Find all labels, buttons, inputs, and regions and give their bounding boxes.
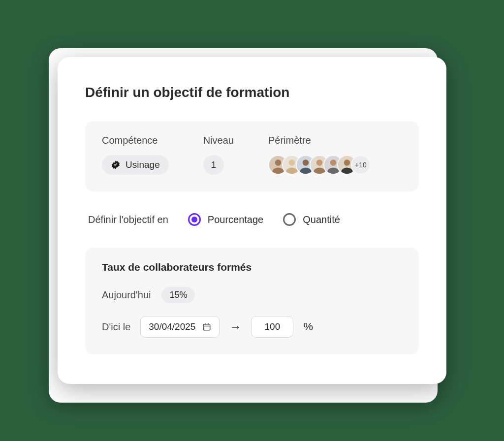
summary-panel: Compétence Usinage Niveau 1 Périm (85, 121, 419, 191)
date-value: 30/04/2025 (149, 321, 195, 332)
card-title: Définir un objectif de formation (85, 85, 419, 100)
percent-symbol: % (303, 320, 313, 333)
perimeter-avatars[interactable]: +10 (268, 155, 371, 175)
calendar-icon (202, 322, 211, 331)
competence-chip[interactable]: Usinage (102, 155, 169, 175)
radio-label-percentage: Pourcentage (208, 214, 263, 225)
competence-label: Compétence (102, 135, 169, 146)
radio-icon (188, 213, 201, 226)
level-value: 1 (211, 159, 217, 170)
svg-point-7 (303, 159, 309, 166)
target-row: D'ici le 30/04/2025 → 100 % (102, 316, 402, 338)
svg-point-16 (344, 159, 350, 166)
svg-rect-18 (204, 324, 211, 330)
radio-label-quantity: Quantité (303, 214, 340, 225)
competence-column: Compétence Usinage (102, 135, 169, 175)
target-value: 100 (265, 321, 281, 332)
date-input[interactable]: 30/04/2025 (140, 316, 220, 338)
perimeter-column: Périmètre +10 (268, 135, 371, 175)
level-column: Niveau 1 (203, 135, 234, 175)
by-label: D'ici le (102, 321, 130, 333)
arrow-right-icon: → (229, 320, 241, 334)
competence-value: Usinage (126, 159, 160, 170)
verified-badge-icon (111, 160, 121, 170)
rate-title: Taux de collaborateurs formés (102, 261, 402, 273)
define-prompt: Définir l'objectif en (88, 214, 168, 225)
svg-point-1 (275, 159, 282, 166)
radio-option-quantity[interactable]: Quantité (283, 213, 340, 226)
rate-panel: Taux de collaborateurs formés Aujourd'hu… (85, 248, 419, 354)
svg-point-4 (289, 159, 295, 166)
objective-type-row: Définir l'objectif en Pourcentage Quanti… (88, 213, 416, 226)
level-chip[interactable]: 1 (203, 155, 224, 175)
today-label: Aujourd'hui (102, 289, 151, 301)
level-label: Niveau (203, 135, 234, 146)
avatar-more-count[interactable]: +10 (351, 155, 371, 175)
radio-option-percentage[interactable]: Pourcentage (188, 213, 263, 226)
today-row: Aujourd'hui 15% (102, 287, 402, 303)
perimeter-label: Périmètre (268, 135, 371, 146)
radio-icon (283, 213, 296, 226)
svg-point-13 (330, 159, 337, 166)
target-percent-input[interactable]: 100 (251, 316, 293, 338)
svg-point-10 (316, 159, 323, 166)
today-value-pill: 15% (161, 287, 195, 303)
objective-card: Définir un objectif de formation Compéte… (58, 57, 446, 384)
